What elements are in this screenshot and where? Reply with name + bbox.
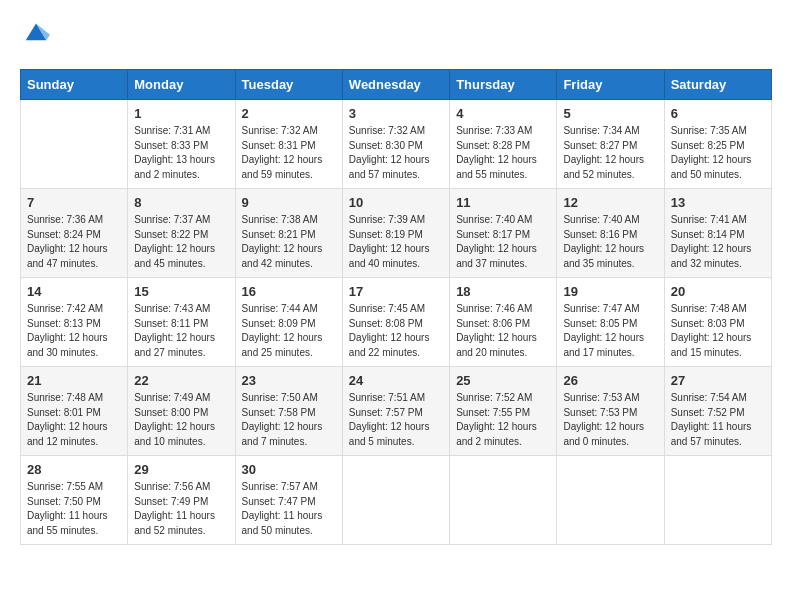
cell-info: Sunrise: 7:48 AMSunset: 8:03 PMDaylight:… bbox=[671, 302, 765, 360]
day-number: 12 bbox=[563, 195, 657, 210]
cell-info: Sunrise: 7:40 AMSunset: 8:16 PMDaylight:… bbox=[563, 213, 657, 271]
day-number: 5 bbox=[563, 106, 657, 121]
calendar-table: SundayMondayTuesdayWednesdayThursdayFrid… bbox=[20, 69, 772, 545]
day-number: 28 bbox=[27, 462, 121, 477]
calendar-cell: 14Sunrise: 7:42 AMSunset: 8:13 PMDayligh… bbox=[21, 278, 128, 367]
logo-icon bbox=[22, 16, 50, 44]
day-number: 22 bbox=[134, 373, 228, 388]
calendar-cell: 7Sunrise: 7:36 AMSunset: 8:24 PMDaylight… bbox=[21, 189, 128, 278]
calendar-cell: 30Sunrise: 7:57 AMSunset: 7:47 PMDayligh… bbox=[235, 456, 342, 545]
calendar-cell bbox=[557, 456, 664, 545]
calendar-cell: 28Sunrise: 7:55 AMSunset: 7:50 PMDayligh… bbox=[21, 456, 128, 545]
cell-info: Sunrise: 7:56 AMSunset: 7:49 PMDaylight:… bbox=[134, 480, 228, 538]
calendar-cell: 11Sunrise: 7:40 AMSunset: 8:17 PMDayligh… bbox=[450, 189, 557, 278]
cell-info: Sunrise: 7:46 AMSunset: 8:06 PMDaylight:… bbox=[456, 302, 550, 360]
calendar-cell: 8Sunrise: 7:37 AMSunset: 8:22 PMDaylight… bbox=[128, 189, 235, 278]
cell-info: Sunrise: 7:49 AMSunset: 8:00 PMDaylight:… bbox=[134, 391, 228, 449]
calendar-cell: 29Sunrise: 7:56 AMSunset: 7:49 PMDayligh… bbox=[128, 456, 235, 545]
page-header bbox=[20, 20, 772, 53]
calendar-cell: 17Sunrise: 7:45 AMSunset: 8:08 PMDayligh… bbox=[342, 278, 449, 367]
calendar-cell: 10Sunrise: 7:39 AMSunset: 8:19 PMDayligh… bbox=[342, 189, 449, 278]
day-number: 15 bbox=[134, 284, 228, 299]
cell-info: Sunrise: 7:48 AMSunset: 8:01 PMDaylight:… bbox=[27, 391, 121, 449]
cell-info: Sunrise: 7:34 AMSunset: 8:27 PMDaylight:… bbox=[563, 124, 657, 182]
cell-info: Sunrise: 7:43 AMSunset: 8:11 PMDaylight:… bbox=[134, 302, 228, 360]
calendar-cell: 21Sunrise: 7:48 AMSunset: 8:01 PMDayligh… bbox=[21, 367, 128, 456]
day-number: 13 bbox=[671, 195, 765, 210]
logo bbox=[20, 20, 50, 53]
calendar-cell: 27Sunrise: 7:54 AMSunset: 7:52 PMDayligh… bbox=[664, 367, 771, 456]
day-number: 16 bbox=[242, 284, 336, 299]
calendar-cell: 19Sunrise: 7:47 AMSunset: 8:05 PMDayligh… bbox=[557, 278, 664, 367]
day-number: 1 bbox=[134, 106, 228, 121]
calendar-cell: 23Sunrise: 7:50 AMSunset: 7:58 PMDayligh… bbox=[235, 367, 342, 456]
day-number: 14 bbox=[27, 284, 121, 299]
calendar-cell: 12Sunrise: 7:40 AMSunset: 8:16 PMDayligh… bbox=[557, 189, 664, 278]
calendar-cell: 26Sunrise: 7:53 AMSunset: 7:53 PMDayligh… bbox=[557, 367, 664, 456]
day-number: 24 bbox=[349, 373, 443, 388]
day-header-saturday: Saturday bbox=[664, 70, 771, 100]
cell-info: Sunrise: 7:33 AMSunset: 8:28 PMDaylight:… bbox=[456, 124, 550, 182]
day-header-thursday: Thursday bbox=[450, 70, 557, 100]
calendar-week-4: 21Sunrise: 7:48 AMSunset: 8:01 PMDayligh… bbox=[21, 367, 772, 456]
day-number: 11 bbox=[456, 195, 550, 210]
calendar-cell: 9Sunrise: 7:38 AMSunset: 8:21 PMDaylight… bbox=[235, 189, 342, 278]
calendar-week-1: 1Sunrise: 7:31 AMSunset: 8:33 PMDaylight… bbox=[21, 100, 772, 189]
cell-info: Sunrise: 7:41 AMSunset: 8:14 PMDaylight:… bbox=[671, 213, 765, 271]
calendar-cell: 2Sunrise: 7:32 AMSunset: 8:31 PMDaylight… bbox=[235, 100, 342, 189]
calendar-cell bbox=[342, 456, 449, 545]
calendar-cell: 3Sunrise: 7:32 AMSunset: 8:30 PMDaylight… bbox=[342, 100, 449, 189]
day-number: 6 bbox=[671, 106, 765, 121]
cell-info: Sunrise: 7:45 AMSunset: 8:08 PMDaylight:… bbox=[349, 302, 443, 360]
cell-info: Sunrise: 7:32 AMSunset: 8:30 PMDaylight:… bbox=[349, 124, 443, 182]
cell-info: Sunrise: 7:47 AMSunset: 8:05 PMDaylight:… bbox=[563, 302, 657, 360]
day-number: 23 bbox=[242, 373, 336, 388]
day-number: 4 bbox=[456, 106, 550, 121]
cell-info: Sunrise: 7:39 AMSunset: 8:19 PMDaylight:… bbox=[349, 213, 443, 271]
calendar-cell: 20Sunrise: 7:48 AMSunset: 8:03 PMDayligh… bbox=[664, 278, 771, 367]
day-number: 26 bbox=[563, 373, 657, 388]
cell-info: Sunrise: 7:52 AMSunset: 7:55 PMDaylight:… bbox=[456, 391, 550, 449]
cell-info: Sunrise: 7:38 AMSunset: 8:21 PMDaylight:… bbox=[242, 213, 336, 271]
cell-info: Sunrise: 7:42 AMSunset: 8:13 PMDaylight:… bbox=[27, 302, 121, 360]
day-number: 8 bbox=[134, 195, 228, 210]
day-number: 29 bbox=[134, 462, 228, 477]
cell-info: Sunrise: 7:55 AMSunset: 7:50 PMDaylight:… bbox=[27, 480, 121, 538]
cell-info: Sunrise: 7:51 AMSunset: 7:57 PMDaylight:… bbox=[349, 391, 443, 449]
calendar-cell bbox=[450, 456, 557, 545]
cell-info: Sunrise: 7:50 AMSunset: 7:58 PMDaylight:… bbox=[242, 391, 336, 449]
day-header-tuesday: Tuesday bbox=[235, 70, 342, 100]
calendar-cell: 5Sunrise: 7:34 AMSunset: 8:27 PMDaylight… bbox=[557, 100, 664, 189]
calendar-cell bbox=[664, 456, 771, 545]
cell-info: Sunrise: 7:31 AMSunset: 8:33 PMDaylight:… bbox=[134, 124, 228, 182]
calendar-week-3: 14Sunrise: 7:42 AMSunset: 8:13 PMDayligh… bbox=[21, 278, 772, 367]
cell-info: Sunrise: 7:40 AMSunset: 8:17 PMDaylight:… bbox=[456, 213, 550, 271]
calendar-header-row: SundayMondayTuesdayWednesdayThursdayFrid… bbox=[21, 70, 772, 100]
day-number: 25 bbox=[456, 373, 550, 388]
day-number: 9 bbox=[242, 195, 336, 210]
calendar-week-5: 28Sunrise: 7:55 AMSunset: 7:50 PMDayligh… bbox=[21, 456, 772, 545]
day-number: 17 bbox=[349, 284, 443, 299]
calendar-cell: 15Sunrise: 7:43 AMSunset: 8:11 PMDayligh… bbox=[128, 278, 235, 367]
day-number: 3 bbox=[349, 106, 443, 121]
cell-info: Sunrise: 7:35 AMSunset: 8:25 PMDaylight:… bbox=[671, 124, 765, 182]
day-number: 21 bbox=[27, 373, 121, 388]
calendar-cell: 24Sunrise: 7:51 AMSunset: 7:57 PMDayligh… bbox=[342, 367, 449, 456]
cell-info: Sunrise: 7:44 AMSunset: 8:09 PMDaylight:… bbox=[242, 302, 336, 360]
day-number: 30 bbox=[242, 462, 336, 477]
cell-info: Sunrise: 7:36 AMSunset: 8:24 PMDaylight:… bbox=[27, 213, 121, 271]
day-header-sunday: Sunday bbox=[21, 70, 128, 100]
calendar-cell: 18Sunrise: 7:46 AMSunset: 8:06 PMDayligh… bbox=[450, 278, 557, 367]
cell-info: Sunrise: 7:57 AMSunset: 7:47 PMDaylight:… bbox=[242, 480, 336, 538]
calendar-cell: 22Sunrise: 7:49 AMSunset: 8:00 PMDayligh… bbox=[128, 367, 235, 456]
cell-info: Sunrise: 7:54 AMSunset: 7:52 PMDaylight:… bbox=[671, 391, 765, 449]
day-header-friday: Friday bbox=[557, 70, 664, 100]
day-number: 19 bbox=[563, 284, 657, 299]
calendar-cell: 16Sunrise: 7:44 AMSunset: 8:09 PMDayligh… bbox=[235, 278, 342, 367]
cell-info: Sunrise: 7:53 AMSunset: 7:53 PMDaylight:… bbox=[563, 391, 657, 449]
calendar-cell: 13Sunrise: 7:41 AMSunset: 8:14 PMDayligh… bbox=[664, 189, 771, 278]
day-header-monday: Monday bbox=[128, 70, 235, 100]
day-number: 27 bbox=[671, 373, 765, 388]
day-number: 10 bbox=[349, 195, 443, 210]
calendar-cell: 4Sunrise: 7:33 AMSunset: 8:28 PMDaylight… bbox=[450, 100, 557, 189]
